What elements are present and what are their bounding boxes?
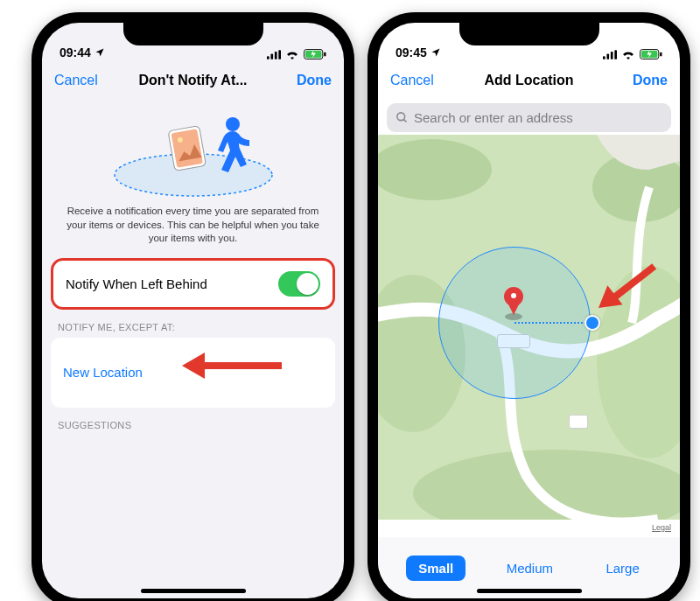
radius-line [514, 322, 590, 324]
svg-rect-13 [603, 56, 606, 59]
annotation-arrow-diag-icon [592, 266, 670, 345]
segment-large[interactable]: Large [593, 556, 651, 581]
svg-rect-14 [606, 53, 609, 59]
segment-small[interactable]: Small [406, 556, 466, 581]
nav-bar: Cancel Add Location Done [378, 61, 680, 100]
home-indicator[interactable] [141, 589, 246, 593]
description-text: Receive a notification every time you ar… [42, 199, 344, 258]
annotation-arrow-left-icon [182, 352, 287, 378]
signal-icon [267, 50, 281, 59]
building-shape [569, 415, 588, 429]
notch [123, 23, 263, 45]
cancel-button[interactable]: Cancel [390, 73, 434, 88]
hero-illustration [42, 105, 344, 199]
done-button[interactable]: Done [297, 73, 332, 88]
page-title: Don't Notify At... [138, 73, 247, 88]
home-indicator[interactable] [477, 589, 582, 593]
suggestions-section-label: SUGGESTIONS [42, 408, 344, 436]
battery-charging-icon [640, 49, 662, 59]
nav-bar: Cancel Don't Notify At... Done [42, 61, 344, 100]
notify-toggle-switch[interactable] [278, 271, 320, 297]
svg-rect-3 [278, 50, 281, 59]
svg-point-12 [226, 117, 240, 131]
legal-link[interactable]: Legal [652, 523, 671, 532]
svg-rect-2 [275, 51, 277, 59]
phone-frame-right: 09:45 Cancel Add Location Done Search or… [368, 12, 690, 601]
wifi-icon [621, 49, 635, 59]
wifi-icon [285, 49, 299, 59]
svg-point-20 [397, 113, 405, 121]
done-button[interactable]: Done [633, 73, 668, 88]
svg-rect-6 [324, 52, 326, 57]
notify-toggle-card: Notify When Left Behind [51, 258, 335, 310]
search-placeholder: Search or enter an address [414, 110, 573, 125]
svg-rect-15 [611, 51, 613, 59]
segment-medium[interactable]: Medium [494, 556, 565, 581]
signal-icon [603, 50, 617, 59]
notify-toggle-label: Notify When Left Behind [66, 276, 207, 291]
svg-rect-0 [267, 56, 270, 59]
phone-frame-left: 09:44 Cancel Don't Notify At... Done [32, 12, 354, 601]
ipad-device-icon [168, 126, 206, 171]
page-title: Add Location [484, 73, 573, 88]
new-location-link[interactable]: New Location [63, 365, 143, 380]
svg-rect-1 [270, 53, 273, 59]
location-arrow-icon [94, 47, 105, 58]
screen-left: 09:44 Cancel Don't Notify At... Done [42, 23, 344, 598]
map-pin-icon[interactable] [501, 287, 526, 322]
svg-rect-16 [614, 50, 617, 59]
battery-charging-icon [304, 49, 326, 59]
except-section-label: NOTIFY ME, EXCEPT AT: [42, 310, 344, 338]
search-icon [396, 111, 409, 124]
notify-toggle-row: Notify When Left Behind [53, 261, 332, 307]
notch [459, 23, 599, 45]
map-view[interactable]: Legal [378, 135, 680, 537]
screen-right: 09:45 Cancel Add Location Done Search or… [378, 23, 680, 598]
svg-line-21 [403, 119, 406, 122]
svg-rect-19 [660, 52, 662, 57]
search-field[interactable]: Search or enter an address [387, 103, 671, 132]
location-arrow-icon [430, 47, 441, 58]
status-time: 09:45 [396, 45, 427, 59]
cancel-button[interactable]: Cancel [54, 73, 98, 88]
status-time: 09:44 [60, 45, 91, 59]
